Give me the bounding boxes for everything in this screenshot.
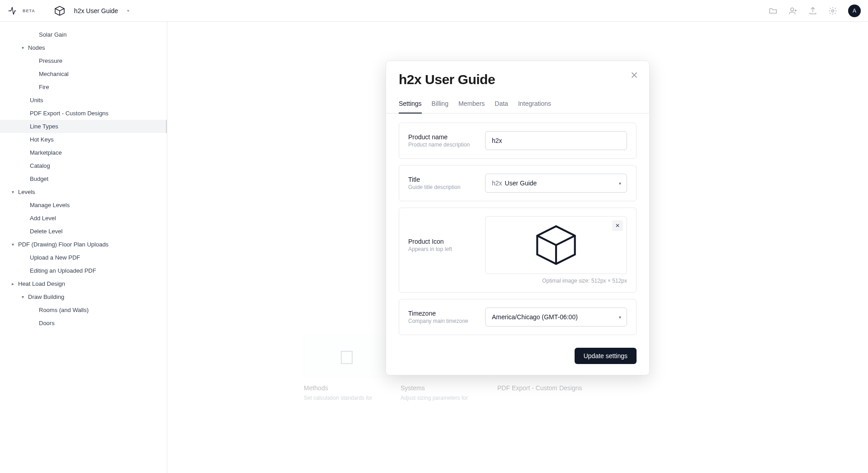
modal-title: h2x User Guide — [399, 72, 637, 87]
chevron-down-icon: ▾ — [10, 242, 15, 247]
chevron-down-icon[interactable]: ▾ — [127, 8, 129, 13]
sidebar: Solar Gain ▾Nodes Pressure Mechanical Fi… — [0, 22, 167, 473]
topbar: BETA h2x User Guide ▾ A — [0, 0, 868, 22]
sidebar-item-fire[interactable]: Fire — [0, 80, 167, 94]
tab-settings[interactable]: Settings — [399, 100, 422, 114]
topbar-left: BETA h2x User Guide ▾ — [7, 5, 129, 16]
title-value: User Guide — [505, 180, 537, 187]
sidebar-item-upload-new[interactable]: Upload a New PDF — [0, 251, 167, 264]
product-name-desc: Product name description — [408, 142, 485, 148]
title-desc: Guide title description — [408, 184, 485, 190]
chevron-right-icon: ▸ — [10, 281, 15, 287]
chevron-down-icon: ▾ — [10, 189, 15, 195]
user-add-icon[interactable] — [788, 6, 797, 15]
tab-members[interactable]: Members — [458, 100, 485, 113]
sidebar-group-draw-building[interactable]: ▾Draw Building — [0, 290, 167, 303]
tab-integrations[interactable]: Integrations — [518, 100, 551, 113]
panel-icon: Product Icon Appears in top left ✕ Optim… — [399, 208, 637, 293]
tab-billing[interactable]: Billing — [432, 100, 448, 113]
title-label: Title — [408, 176, 485, 183]
sidebar-item-manage-levels[interactable]: Manage Levels — [0, 199, 167, 212]
chevron-down-icon: ▾ — [20, 45, 25, 51]
folder-icon[interactable] — [769, 6, 778, 15]
sidebar-item-doors[interactable]: Doors — [0, 317, 167, 330]
sidebar-item-budget[interactable]: Budget — [0, 172, 167, 185]
title-select[interactable]: h2x User Guide ▾ — [485, 174, 627, 193]
icon-label: Product Icon — [408, 238, 485, 245]
beta-badge: BETA — [23, 9, 35, 13]
avatar[interactable]: A — [848, 5, 861, 17]
topbar-right: A — [769, 5, 861, 17]
chevron-down-icon: ▾ — [20, 294, 25, 300]
sidebar-item-pressure[interactable]: Pressure — [0, 54, 167, 67]
sidebar-group-heat-load[interactable]: ▸Heat Load Design — [0, 277, 167, 290]
svg-point-0 — [791, 8, 794, 11]
timezone-desc: Company main timezone — [408, 318, 485, 324]
main-content: Organization Update your organization's … — [167, 22, 868, 473]
sidebar-item-add-level[interactable]: Add Level — [0, 212, 167, 225]
sidebar-item-marketplace[interactable]: Marketplace — [0, 146, 167, 159]
product-icon — [41, 5, 65, 16]
panel-timezone: Timezone Company main timezone America/C… — [399, 299, 637, 335]
sidebar-group-levels[interactable]: ▾Levels — [0, 185, 167, 199]
timezone-select[interactable]: America/Chicago (GMT-06:00) ▾ — [485, 307, 627, 326]
icon-caption: Optimal image size: 512px × 512px — [485, 278, 627, 284]
chevron-down-icon: ▾ — [619, 181, 621, 186]
remove-icon-button[interactable]: ✕ — [612, 220, 623, 231]
panel-title: Title Guide title description h2x User G… — [399, 165, 637, 201]
svg-point-1 — [832, 9, 834, 12]
sidebar-item-pdf-export[interactable]: PDF Export - Custom Designs — [0, 107, 167, 120]
timezone-value: America/Chicago (GMT-06:00) — [492, 313, 578, 321]
tab-data[interactable]: Data — [495, 100, 508, 113]
sidebar-item-units[interactable]: Units — [0, 94, 167, 107]
sidebar-item-line-types[interactable]: Line Types — [0, 120, 167, 133]
product-name-input[interactable] — [485, 131, 627, 150]
sidebar-item-catalog[interactable]: Catalog — [0, 159, 167, 172]
chevron-down-icon: ▾ — [619, 315, 621, 320]
modal-overlay: h2x User Guide Settings Billing Members … — [167, 22, 868, 473]
update-settings-button[interactable]: Update settings — [575, 348, 637, 364]
product-name-label: Product name — [408, 133, 485, 141]
sidebar-item-rooms[interactable]: Rooms (and Walls) — [0, 303, 167, 317]
gear-icon[interactable] — [828, 6, 837, 15]
product-title: h2x User Guide — [74, 7, 118, 14]
sidebar-item-hot-keys[interactable]: Hot Keys — [0, 133, 167, 146]
title-prefix: h2x — [492, 180, 502, 187]
icon-preview[interactable]: ✕ — [485, 216, 627, 274]
sidebar-item-edit-uploaded[interactable]: Editing an Uploaded PDF — [0, 264, 167, 277]
sidebar-item-solar-gain[interactable]: Solar Gain — [0, 28, 167, 41]
brand-icon[interactable] — [7, 6, 17, 16]
icon-desc: Appears in top left — [408, 246, 485, 252]
close-icon[interactable] — [629, 70, 639, 80]
settings-modal: h2x User Guide Settings Billing Members … — [386, 61, 650, 375]
panel-product-name: Product name Product name description — [399, 123, 637, 159]
sidebar-item-mechanical[interactable]: Mechanical — [0, 67, 167, 80]
share-icon[interactable] — [808, 6, 817, 15]
sidebar-item-delete-level[interactable]: Delete Level — [0, 225, 167, 238]
timezone-label: Timezone — [408, 310, 485, 317]
sidebar-group-nodes[interactable]: ▾Nodes — [0, 41, 167, 54]
modal-tabs: Settings Billing Members Data Integratio… — [386, 87, 649, 114]
sidebar-group-floor-plan[interactable]: ▾PDF (Drawing) Floor Plan Uploads — [0, 238, 167, 251]
